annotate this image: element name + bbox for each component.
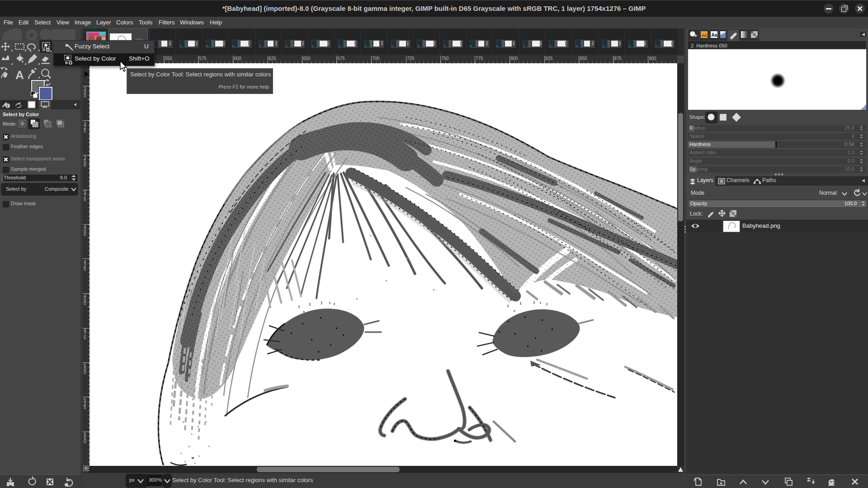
svg-text:i: i (7, 104, 8, 108)
svg-text:A: A (15, 68, 24, 81)
svg-text:Aa: Aa (712, 33, 717, 38)
